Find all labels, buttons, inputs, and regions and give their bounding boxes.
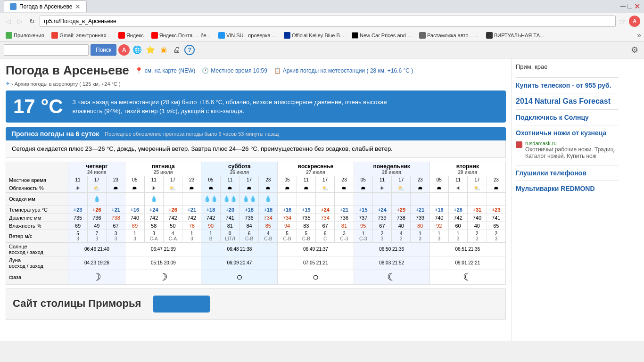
bookmark-kelley[interactable]: Official Kelley Blue B... [281,31,347,40]
maximize-btn[interactable]: □ [627,2,632,11]
cloud-cell: 🌧 [259,184,278,192]
precip-cell [106,192,125,206]
time-cell: 11 [448,176,467,184]
bookmark-yandex[interactable]: Яндекс [116,31,147,40]
ask-toolbar-icon[interactable]: A [118,44,130,56]
clock-icon: 🕐 [202,67,209,74]
address-bar[interactable] [40,16,616,27]
settings-icon[interactable]: ⚙ [629,44,640,56]
bookmarks-more[interactable]: » [637,31,641,40]
bookmark-customs[interactable]: Растаможка авто – ... [416,31,481,40]
cloud-cell: 🌧 [125,184,144,192]
archive-link[interactable]: 📋 Архив погоды на метеостанции ( 28 км, … [274,67,413,74]
local-time-link[interactable]: 🕐 Местное время 10:59 [202,67,267,74]
time-cell: 17 [392,176,411,184]
sidebar-link-multicooker[interactable]: Мультиварки REDMOND [516,185,619,192]
temp-cell: +24 [144,206,163,214]
map-link[interactable]: 📍 см. на карте (NEW) [135,67,196,74]
precip-cell [372,192,391,206]
sidebar-link-jammers[interactable]: Глушилки телефонов [516,169,619,177]
wind-cell: 23 [487,230,505,242]
humidity-cell: 80 [411,222,429,230]
star-icon[interactable]: ☆ [619,16,626,26]
cloud-cell: 🌧 [182,184,201,192]
day-header-thu: четверг 24 июля [68,162,125,176]
bookmark-gmail[interactable]: Gmail: электронная... [49,31,113,40]
time-cell: 05 [125,176,144,184]
humidity-cell: 90 [201,222,220,230]
wind-cell: 5С-В [297,230,315,242]
temp-cell: +18 [239,206,258,214]
bottom-ad-banner: Сайт столицы Приморья [6,288,506,320]
current-temperature: 17 °С [13,95,63,118]
star-toolbar-icon[interactable]: ⭐ [145,44,156,56]
bookmark-yandexmail[interactable]: Яндекс.Почта — бе... [149,31,214,40]
temp-cell: +16 [278,206,297,214]
humidity-cell: 83 [297,222,315,230]
tab-title: Погода в Арсеньеве [19,3,72,10]
humidity-cell: 81 [220,222,239,230]
time-cell: 17 [315,176,334,184]
cloud-cell: 🌧 [278,184,297,192]
close-btn[interactable]: ✕ [634,2,640,11]
sun-cell-sun: 06:49 21:37 [278,242,354,256]
cloud-cell: ☀ [372,184,391,192]
moon-cell-fri: 05:15 20:09 [125,256,201,270]
pressure-cell: 735 [68,214,87,222]
rss-icon[interactable]: ◉ [158,44,169,56]
day-header-sun: воскресенье 27 июля [278,162,354,176]
precip-cell [315,192,334,206]
help-icon[interactable]: ? [184,45,195,55]
precip-cell [392,192,411,206]
moon-phase-label: фаза [6,270,68,284]
time-cell: 23 [182,176,201,184]
time-cell: 11 [372,176,391,184]
temp-cell: +16 [429,206,448,214]
forward-btn[interactable]: ▷ [16,16,25,26]
bookmark-newcar[interactable]: New Car Prices and ... [349,31,414,40]
time-label: Местное время [6,176,68,184]
time-cell: 05 [429,176,448,184]
browser-navbar: ◁ ▷ ↻ ☆ A [0,13,644,29]
current-weather-banner: 17 °С 3 часа назад на метеостанции (28 к… [6,90,506,123]
time-cell: 17 [239,176,258,184]
sidebar-link-knives[interactable]: Охотничьи ножи от кузнеца [516,129,619,137]
back-btn[interactable]: ◁ [4,16,13,26]
tab-close-btn[interactable]: ✕ [75,3,81,10]
temp-cell: +18 [201,206,220,214]
time-cell: 11 [68,176,87,184]
cloud-cell: 🌧 [239,184,258,192]
wind-cell: 1С-З [354,230,372,242]
bookmark-vin[interactable]: VIN.SU - проверка ... [215,31,279,40]
sidebar-link-gas[interactable]: 2014 Natural Gas Forecast [516,97,619,106]
sidebar-ad-site[interactable]: rusdamask.ru [525,140,619,146]
cloud-cell: 🌧 [354,184,372,192]
pressure-cell: 742 [448,214,467,222]
humidity-cell: 40 [392,222,411,230]
humidity-cell: 58 [144,222,163,230]
sidebar-item-1[interactable]: Прим. крае [516,62,619,72]
globe-icon[interactable]: 🌐 [132,44,143,56]
main-search-input[interactable] [4,44,89,56]
reload-btn[interactable]: ↻ [27,16,37,26]
airport-archive-link[interactable]: ✈ › Архив погоды в аэропорту ( 125 км, +… [6,81,506,87]
bookmark-virtual[interactable]: ВИРТУАЛЬНАЯ ТА... [483,31,547,40]
pressure-cell: 735 [297,214,315,222]
bookmarks-bar: Приложения Gmail: электронная... Яндекс … [0,29,644,41]
sidebar-link-sun[interactable]: Подключись к Солнцу [516,114,619,121]
sidebar-divider [516,165,619,165]
time-cell: 11 [144,176,163,184]
main-search-btn[interactable]: Поиск [91,44,116,56]
main-toolbar: Поиск A 🌐 ⭐ ◉ 🖨 ? ⚙ [0,41,644,58]
wind-cell: 23 [468,230,487,242]
precip-cell [429,192,448,206]
sidebar-link-telescope[interactable]: Купить телескоп - от 955 руб. [516,82,619,89]
browser-tab[interactable]: Погода в Арсеньеве ✕ [4,0,87,12]
minimize-btn[interactable]: ─ [620,2,626,11]
wind-cell: 13 [411,230,429,242]
bookmark-apps[interactable]: Приложения [3,31,47,40]
temp-cell: +20 [220,206,239,214]
pressure-cell: 740 [429,214,448,222]
pressure-cell: 739 [411,214,429,222]
print-icon[interactable]: 🖨 [171,44,182,56]
